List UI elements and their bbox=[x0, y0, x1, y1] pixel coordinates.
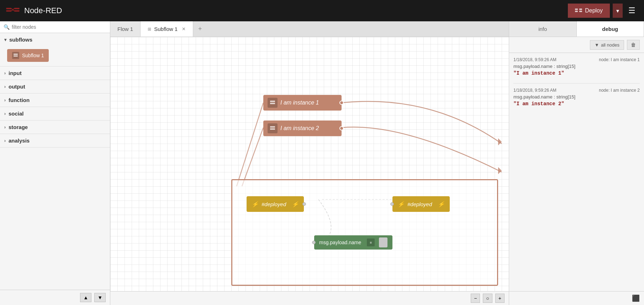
instance1-node[interactable]: I am instance 1 bbox=[263, 95, 342, 111]
sidebar-category-function-label: function bbox=[9, 97, 30, 103]
sidebar-category-output: › output bbox=[0, 80, 110, 93]
trash-icon: 🗑 bbox=[631, 42, 636, 48]
bolt2-right-icon: ⚡ bbox=[438, 201, 445, 208]
svg-rect-1 bbox=[6, 10, 11, 12]
chevron-right-icon-analysis: › bbox=[4, 138, 6, 143]
sidebar-category-subflows-label: subflows bbox=[9, 37, 32, 43]
tab-subflow1[interactable]: ⊞ Subflow 1 ✕ bbox=[141, 21, 193, 37]
sidebar-category-subflows: ▾ subflows Subflow 1 bbox=[0, 33, 110, 66]
svg-rect-16 bbox=[270, 103, 275, 104]
sidebar-category-storage-header[interactable]: › storage bbox=[0, 121, 110, 134]
sidebar-category-input: › input bbox=[0, 66, 110, 80]
deployed2-label: #deployed bbox=[407, 201, 432, 207]
instance1-output-dot[interactable] bbox=[339, 101, 344, 105]
zoom-out-button[interactable]: − bbox=[471, 294, 480, 303]
sidebar-footer: ▲ ▼ bbox=[0, 290, 110, 305]
subflow-node-icon bbox=[12, 52, 19, 59]
app-title: Node-RED bbox=[24, 6, 62, 15]
chevron-right-icon-function: › bbox=[4, 98, 6, 103]
sidebar-category-storage-label: storage bbox=[9, 124, 28, 130]
instance2-icon bbox=[268, 123, 278, 133]
scroll-up-button[interactable]: ▲ bbox=[80, 293, 91, 302]
debug-entry-2-timestamp: 1/18/2018, 9:59:26 AM bbox=[513, 88, 556, 93]
canvas-workspace[interactable]: I am instance 1 I am instance 2 ⚡ bbox=[110, 37, 509, 291]
clear-debug-button[interactable]: 🗑 bbox=[627, 40, 640, 50]
debug-entry-2-header: 1/18/2018, 9:59:26 AM node: I am instanc… bbox=[513, 88, 640, 93]
instance1-label: I am instance 1 bbox=[280, 100, 319, 106]
tab-flow1-label: Flow 1 bbox=[117, 26, 133, 32]
sidebar-category-output-label: output bbox=[9, 84, 25, 90]
header: Node-RED Deploy ▾ ☰ bbox=[0, 0, 644, 21]
subflow-node-label: Subflow 1 bbox=[22, 53, 44, 58]
deploy-button[interactable]: Deploy bbox=[568, 4, 610, 18]
deployed2-input-dot[interactable] bbox=[390, 202, 394, 206]
canvas-tabs: Flow 1 ⊞ Subflow 1 ✕ + bbox=[110, 21, 509, 37]
debug-entry-2-value: "I am instance 2" bbox=[513, 101, 640, 107]
tab-flow1[interactable]: Flow 1 bbox=[110, 21, 141, 37]
header-left: Node-RED bbox=[6, 6, 62, 16]
sidebar-content: ▾ subflows Subflow 1 bbox=[0, 33, 110, 290]
bolt1-right-icon: ⚡ bbox=[292, 201, 299, 208]
sidebar-category-social-label: social bbox=[9, 111, 24, 117]
debug-entry-2-node: node: I am instance 2 bbox=[599, 88, 640, 93]
right-panel-footer: ⬛ bbox=[509, 291, 644, 305]
deployed2-node[interactable]: ⚡ #deployed ⚡ bbox=[392, 196, 450, 212]
zoom-in-button[interactable]: + bbox=[495, 294, 505, 303]
sidebar-category-analysis-header[interactable]: › analysis bbox=[0, 134, 110, 147]
scroll-down-button[interactable]: ▼ bbox=[94, 293, 106, 302]
zoom-fit-button[interactable]: ○ bbox=[483, 294, 492, 303]
msg-input-dot[interactable] bbox=[312, 241, 316, 244]
chevron-right-icon-storage: › bbox=[4, 125, 6, 130]
subflow1-node[interactable]: Subflow 1 bbox=[7, 49, 49, 62]
screen-icon[interactable]: ⬛ bbox=[632, 294, 640, 302]
sidebar-category-input-header[interactable]: › input bbox=[0, 66, 110, 80]
deploy-icon bbox=[575, 8, 582, 13]
msg-node-right bbox=[379, 237, 387, 247]
bolt1-left-icon: ⚡ bbox=[252, 201, 259, 208]
msg-node-label: msg.payload.name bbox=[319, 240, 361, 245]
close-tab-icon[interactable]: ✕ bbox=[182, 26, 186, 32]
debug-divider bbox=[513, 83, 640, 84]
sidebar-subflows-content: Subflow 1 bbox=[0, 46, 110, 66]
svg-rect-2 bbox=[14, 8, 20, 9]
instance2-label: I am instance 2 bbox=[280, 125, 319, 132]
tab-subflow1-label: Subflow 1 bbox=[154, 26, 178, 32]
canvas-footer: − ○ + bbox=[110, 291, 509, 305]
debug-entry-1-value: "I am instance 1" bbox=[513, 70, 640, 76]
debug-entry-1-timestamp: 1/18/2018, 9:59:26 AM bbox=[513, 57, 556, 62]
canvas-area: Flow 1 ⊞ Subflow 1 ✕ + bbox=[110, 21, 509, 305]
tab-debug[interactable]: debug bbox=[577, 21, 644, 37]
instance2-output-dot[interactable] bbox=[339, 126, 344, 130]
deployed1-output-dot[interactable] bbox=[302, 202, 306, 206]
instance2-node[interactable]: I am instance 2 bbox=[263, 121, 342, 136]
tab-info[interactable]: info bbox=[509, 21, 577, 37]
svg-rect-15 bbox=[270, 101, 275, 102]
tab-debug-label: debug bbox=[602, 26, 618, 32]
svg-rect-3 bbox=[14, 10, 20, 12]
add-tab-button[interactable]: + bbox=[193, 21, 207, 37]
filter-icon: ▼ bbox=[595, 42, 599, 48]
sidebar-category-subflows-header[interactable]: ▾ subflows bbox=[0, 33, 110, 46]
svg-marker-13 bbox=[498, 167, 502, 174]
deployed1-node[interactable]: ⚡ #deployed ⚡ bbox=[247, 196, 304, 212]
deployed1-label: #deployed bbox=[262, 201, 286, 207]
debug-entry-1: 1/18/2018, 9:59:26 AM node: I am instanc… bbox=[513, 57, 640, 76]
sidebar-category-analysis-label: analysis bbox=[9, 138, 30, 144]
header-right: Deploy ▾ ☰ bbox=[568, 4, 638, 18]
sidebar-search-container: 🔍 bbox=[0, 21, 110, 33]
sidebar-category-output-header[interactable]: › output bbox=[0, 80, 110, 93]
svg-rect-11 bbox=[14, 55, 18, 57]
sidebar-category-social-header[interactable]: › social bbox=[0, 107, 110, 120]
search-input[interactable] bbox=[12, 24, 106, 30]
msg-node[interactable]: msg.payload.name ≡ bbox=[314, 235, 392, 250]
subflow-container: ⚡ #deployed ⚡ ⚡ #deployed ⚡ msg.payload.… bbox=[231, 179, 498, 286]
deploy-arrow-button[interactable]: ▾ bbox=[613, 4, 623, 18]
chevron-right-icon-output: › bbox=[4, 84, 6, 89]
search-icon: 🔍 bbox=[4, 24, 10, 30]
sidebar-category-function-header[interactable]: › function bbox=[0, 93, 110, 107]
sidebar-category-function: › function bbox=[0, 93, 110, 107]
filter-nodes-button[interactable]: ▼ all nodes bbox=[590, 40, 624, 50]
right-panel: info debug ▼ all nodes 🗑 1/18/2018, 9:59… bbox=[509, 21, 644, 305]
menu-button[interactable]: ☰ bbox=[625, 5, 638, 17]
debug-entry-2: 1/18/2018, 9:59:26 AM node: I am instanc… bbox=[513, 88, 640, 107]
